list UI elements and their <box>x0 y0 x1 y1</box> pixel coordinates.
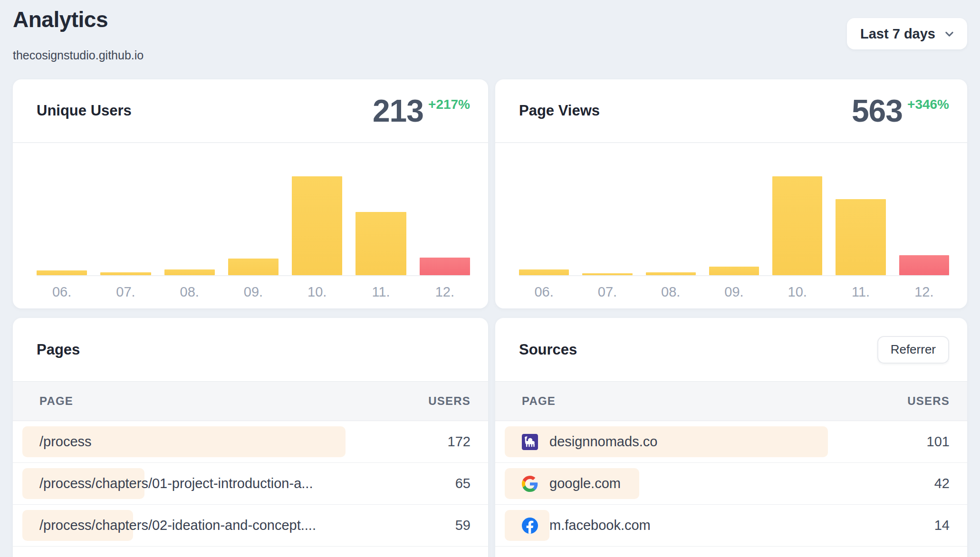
sources-card-header: Sources Referrer <box>495 318 967 381</box>
axis-tick-label: 09. <box>228 284 279 300</box>
chart-column <box>899 255 949 275</box>
unique-users-metric: 213 +217% <box>373 96 470 126</box>
row-main: m.facebook.com <box>522 518 651 534</box>
chart-column <box>519 269 569 275</box>
chart-column <box>228 259 279 275</box>
date-range-dropdown[interactable]: Last 7 days <box>847 18 967 49</box>
column-header-page: PAGE <box>39 394 73 408</box>
table-row[interactable]: designnomads.co101 <box>495 421 967 463</box>
row-label: google.com <box>549 476 621 491</box>
row-label: m.facebook.com <box>549 518 651 533</box>
row-label: /process/chapters/02-ideation-and-concep… <box>39 518 316 533</box>
table-row[interactable]: /process/chapters/01-project-introductio… <box>13 463 488 505</box>
referrer-filter-button[interactable]: Referrer <box>877 336 949 364</box>
chart-column <box>582 273 632 275</box>
axis-tick-label: 07. <box>100 284 151 300</box>
unique-users-header: Unique Users 213 +217% <box>13 79 488 143</box>
row-main: /process <box>39 434 92 450</box>
pages-table-columns: PAGE USERS <box>13 381 488 421</box>
axis-tick-label: 12. <box>420 284 470 300</box>
unique-users-card: Unique Users 213 +217% 06.07.08.09.10.11… <box>13 79 488 308</box>
table-row[interactable]: m.facebook.com14 <box>495 505 967 547</box>
axis-tick-label: 06. <box>519 284 569 300</box>
bar-12[interactable] <box>899 255 949 275</box>
row-main: designnomads.co <box>522 434 657 450</box>
bar-06[interactable] <box>519 269 569 275</box>
table-row[interactable]: google.com42 <box>495 463 967 505</box>
row-main: /process/chapters/02-ideation-and-concep… <box>39 518 316 533</box>
column-header-users: USERS <box>907 394 950 408</box>
axis-tick-label: 10. <box>772 284 822 300</box>
axis-tick-label: 12. <box>899 284 949 300</box>
axis-tick-label: 11. <box>355 284 406 300</box>
page-views-card: Page Views 563 +346% 06.07.08.09.10.11.1… <box>495 79 967 308</box>
date-range-label: Last 7 days <box>860 26 935 42</box>
chart-column <box>709 267 759 275</box>
bar-09[interactable] <box>709 267 759 275</box>
bar-08[interactable] <box>646 272 696 275</box>
axis-tick-label: 08. <box>646 284 696 300</box>
chart-column <box>836 199 885 275</box>
bar-07[interactable] <box>100 272 151 275</box>
pages-table-body: /process172/process/chapters/01-project-… <box>13 421 488 547</box>
page-views-metric: 563 +346% <box>852 96 949 126</box>
metric-value: 213 <box>373 96 423 126</box>
bar-09[interactable] <box>228 259 279 275</box>
row-value: 42 <box>934 476 950 491</box>
chart-column <box>772 176 822 275</box>
analytics-page: Analytics thecosignstudio.github.io Last… <box>0 0 980 557</box>
chart-column <box>164 269 215 275</box>
chevron-down-icon <box>943 28 956 40</box>
bar-12[interactable] <box>420 258 470 275</box>
card-title: Unique Users <box>37 102 132 119</box>
row-value: 59 <box>455 518 471 533</box>
sources-table-body: designnomads.co101google.com42m.facebook… <box>495 421 967 547</box>
sources-card: Sources Referrer PAGE USERS designnomads… <box>495 318 967 557</box>
row-label: /process <box>39 434 92 450</box>
row-main: /process/chapters/01-project-introductio… <box>39 476 313 491</box>
bar-06[interactable] <box>37 270 87 275</box>
page-title: Analytics <box>13 5 967 32</box>
row-value: 14 <box>934 518 950 533</box>
row-value: 172 <box>448 434 471 450</box>
card-title: Page Views <box>519 102 600 119</box>
google-favicon <box>522 476 538 492</box>
column-header-users: USERS <box>428 394 471 408</box>
table-row[interactable]: /process172 <box>13 421 488 463</box>
designnomads-favicon <box>522 434 538 450</box>
row-value: 65 <box>455 476 471 491</box>
chart-column <box>100 272 151 275</box>
site-domain: thecosignstudio.github.io <box>13 48 967 62</box>
sources-table-columns: PAGE USERS <box>495 381 967 421</box>
bar-11[interactable] <box>355 212 406 275</box>
table-row[interactable]: /process/chapters/02-ideation-and-concep… <box>13 505 488 547</box>
page-views-header: Page Views 563 +346% <box>495 79 967 143</box>
axis-tick-label: 10. <box>292 284 342 300</box>
axis-tick-label: 09. <box>709 284 759 300</box>
axis-tick-label: 07. <box>582 284 632 300</box>
pages-card-header: Pages <box>13 318 488 381</box>
row-label: /process/chapters/01-project-introductio… <box>39 476 313 491</box>
bar-10[interactable] <box>292 176 342 275</box>
unique-users-axis-labels: 06.07.08.09.10.11.12. <box>37 276 470 307</box>
card-title: Sources <box>519 341 577 358</box>
bar-10[interactable] <box>772 176 822 275</box>
axis-tick-label: 08. <box>164 284 215 300</box>
bar-07[interactable] <box>582 273 632 275</box>
page-views-axis-labels: 06.07.08.09.10.11.12. <box>519 276 949 307</box>
chart-column <box>355 212 406 275</box>
chart-column <box>292 176 342 275</box>
cards-grid: Unique Users 213 +217% 06.07.08.09.10.11… <box>13 79 967 557</box>
card-title: Pages <box>37 341 80 358</box>
metric-delta-badge: +346% <box>907 97 949 112</box>
bar-08[interactable] <box>164 269 215 275</box>
row-main: google.com <box>522 476 621 492</box>
axis-tick-label: 11. <box>836 284 885 300</box>
chart-column <box>646 272 696 275</box>
metric-delta-badge: +217% <box>428 97 470 112</box>
column-header-page: PAGE <box>522 394 556 408</box>
bar-11[interactable] <box>836 199 885 275</box>
metric-value: 563 <box>852 96 903 126</box>
pages-card: Pages PAGE USERS /process172/process/cha… <box>13 318 488 557</box>
chart-column <box>37 270 87 275</box>
